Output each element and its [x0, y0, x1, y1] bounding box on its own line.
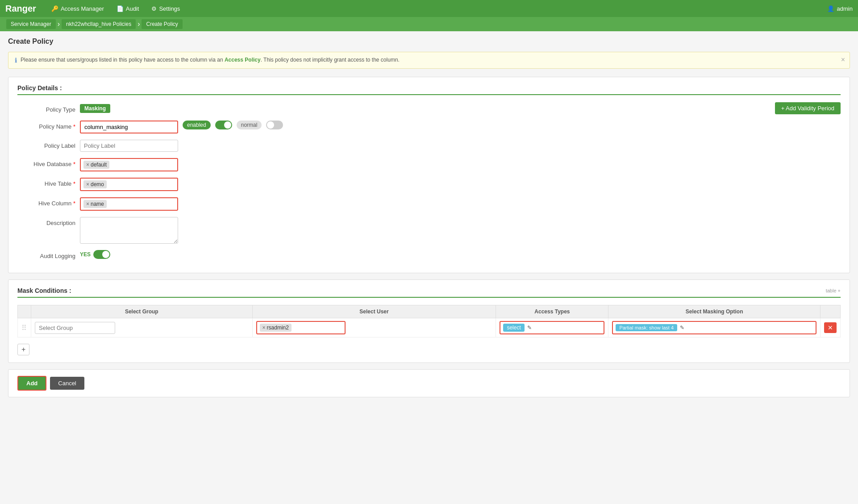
masking-option-badge: Partial mask: show last 4 — [616, 324, 677, 331]
hive-table-row: Hive Table * × demo — [17, 178, 841, 191]
conditions-header-row: Select Group Select User Access Types Se… — [18, 305, 841, 318]
hive-table-tag-remove[interactable]: × — [86, 181, 89, 187]
nav-audit-label: Audit — [126, 5, 139, 12]
breadcrumb-create-policy[interactable]: Create Policy — [142, 19, 182, 29]
user-info: 👤 admin — [827, 5, 853, 12]
info-icon: ℹ — [15, 57, 17, 64]
access-types-cell: select ✎ — [496, 318, 608, 337]
alert-text-after: . This policy does not implicitly grant … — [261, 57, 400, 63]
add-button[interactable]: Add — [17, 376, 46, 391]
top-nav: Ranger 🔑 Access Manager 📄 Audit ⚙ Settin… — [0, 0, 858, 17]
table-label: table + — [826, 288, 841, 293]
main-content: Create Policy ℹ Please ensure that users… — [0, 31, 858, 404]
enabled-badge: enabled — [183, 121, 211, 129]
access-type-edit-button[interactable]: ✎ — [526, 324, 533, 332]
hive-table-label: Hive Table * — [17, 178, 75, 187]
policy-name-required: * — [73, 123, 75, 130]
hive-database-row: Hive Database * × default — [17, 158, 841, 171]
add-row-button[interactable]: + — [17, 344, 29, 355]
audit-yes-label: YES — [80, 251, 91, 258]
settings-icon: ⚙ — [151, 5, 157, 12]
policy-details-card: Policy Details : Policy Type Masking + A… — [8, 77, 850, 273]
access-type-container[interactable]: select ✎ — [500, 321, 604, 334]
audit-logging-toggle-container: YES — [80, 250, 110, 259]
description-label: Description — [17, 217, 75, 226]
conditions-table-body: ⠿ × rsadmin2 — [18, 318, 841, 337]
policy-name-label: Policy Name * — [17, 121, 75, 130]
breadcrumb-policies[interactable]: nkh22whcllap_hive Policies — [62, 19, 136, 29]
table-row: ⠿ × rsadmin2 — [18, 318, 841, 337]
drag-handle-icon[interactable]: ⠿ — [21, 324, 27, 332]
enabled-toggle[interactable] — [215, 121, 232, 129]
description-textarea[interactable] — [80, 217, 178, 244]
hive-table-required: * — [73, 180, 75, 187]
select-user-tag-remove[interactable]: × — [262, 325, 266, 331]
alert-box: ℹ Please ensure that users/groups listed… — [8, 52, 850, 69]
policy-type-row: Policy Type Masking + Add Validity Perio… — [17, 102, 841, 114]
username: admin — [837, 5, 853, 12]
page-title: Create Policy — [8, 37, 850, 46]
select-group-header: Select Group — [31, 305, 253, 318]
policy-details-title: Policy Details : — [17, 84, 841, 95]
nav-access-manager-label: Access Manager — [61, 5, 104, 12]
policy-name-input[interactable] — [80, 121, 178, 133]
masking-option-container[interactable]: Partial mask: show last 4 ✎ — [612, 321, 816, 334]
access-type-badge: select — [503, 324, 524, 332]
hive-table-input[interactable]: × demo — [80, 178, 178, 191]
mask-conditions-card: Mask Conditions : table + Select Group S… — [8, 279, 850, 363]
normal-toggle[interactable] — [266, 121, 283, 129]
audit-logging-label: Audit Logging — [17, 250, 75, 259]
breadcrumb-service-manager[interactable]: Service Manager — [6, 19, 56, 29]
select-user-cell: × rsadmin2 — [252, 318, 496, 337]
form-footer: Add Cancel — [8, 369, 850, 397]
policy-type-label: Policy Type — [17, 104, 75, 113]
audit-logging-row: Audit Logging YES — [17, 250, 841, 259]
nav-settings-label: Settings — [159, 5, 180, 12]
hive-database-tag-remove[interactable]: × — [86, 162, 89, 168]
nav-access-manager[interactable]: 🔑 Access Manager — [45, 0, 110, 17]
alert-link[interactable]: Access Policy — [225, 57, 261, 63]
policy-type-badge: Masking — [80, 104, 110, 113]
nav-audit[interactable]: 📄 Audit — [110, 0, 146, 17]
hive-database-tag-value: default — [91, 162, 107, 168]
hive-table-tag-value: demo — [91, 181, 104, 187]
policy-label-input[interactable] — [80, 140, 178, 152]
breadcrumb-sep2: › — [137, 20, 140, 28]
policy-type-left: Policy Type Masking — [17, 104, 110, 113]
masking-option-edit-button[interactable]: ✎ — [679, 324, 685, 332]
hive-table-tag: × demo — [83, 180, 107, 188]
hive-column-input[interactable]: × name — [80, 197, 178, 211]
hive-column-required: * — [73, 200, 75, 207]
hive-column-tag-remove[interactable]: × — [86, 201, 89, 207]
conditions-table-header: Select Group Select User Access Types Se… — [18, 305, 841, 318]
hive-database-input[interactable]: × default — [80, 158, 178, 171]
alert-text-before: Please ensure that users/groups listed i… — [21, 57, 225, 63]
nav-left: Ranger 🔑 Access Manager 📄 Audit ⚙ Settin… — [5, 0, 186, 17]
select-user-tag-value: rsadmin2 — [267, 325, 289, 331]
access-types-header: Access Types — [496, 305, 608, 318]
delete-column-header — [821, 305, 841, 318]
delete-cell: ✕ — [821, 318, 841, 337]
access-manager-icon: 🔑 — [51, 5, 58, 12]
select-user-input[interactable]: × rsadmin2 — [256, 321, 346, 334]
delete-row-button[interactable]: ✕ — [824, 322, 837, 333]
masking-option-cell: Partial mask: show last 4 ✎ — [608, 318, 821, 337]
add-validity-button[interactable]: + Add Validity Period — [775, 102, 841, 114]
drag-column-header — [18, 305, 31, 318]
hive-database-label: Hive Database * — [17, 158, 75, 167]
cancel-button[interactable]: Cancel — [50, 377, 84, 390]
select-group-input[interactable] — [35, 322, 115, 334]
alert-close-button[interactable]: × — [841, 56, 845, 64]
hive-database-tag: × default — [83, 161, 109, 169]
hive-column-tag-value: name — [91, 201, 104, 207]
nav-settings[interactable]: ⚙ Settings — [145, 0, 186, 17]
user-icon: 👤 — [827, 5, 834, 12]
mask-conditions-title: Mask Conditions : — [17, 287, 71, 294]
breadcrumb: Service Manager › nkh22whcllap_hive Poli… — [0, 17, 858, 31]
normal-badge: normal — [237, 121, 262, 129]
policy-label-label: Policy Label — [17, 140, 75, 149]
audit-logging-toggle[interactable] — [93, 250, 110, 259]
select-masking-option-header: Select Masking Option — [608, 305, 821, 318]
hive-column-tag: × name — [83, 200, 107, 208]
hive-column-label: Hive Column * — [17, 197, 75, 207]
